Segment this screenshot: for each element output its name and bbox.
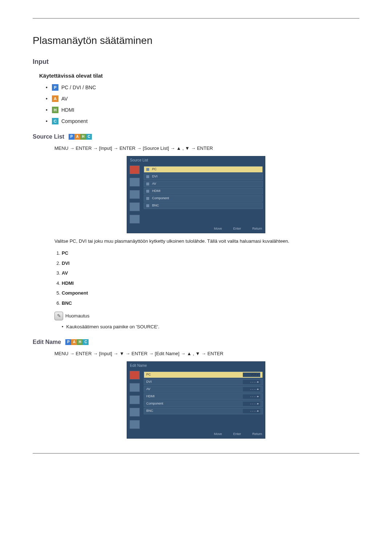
osd-source-list-title: Source List [127, 156, 265, 164]
osd-sidebar-icon [130, 395, 140, 404]
osd-row-value: - - - - ▸ [243, 394, 260, 399]
badge-c-icon: C [52, 118, 58, 124]
source-list-numbered: PC DVI AV HDMI Component BNC [62, 250, 359, 307]
mode-label-hdmi: HDMI [61, 106, 74, 114]
osd-source-list-figure: Source List PC DVI AV HDMI Component BNC… [127, 156, 265, 233]
bottom-divider [33, 453, 359, 454]
badge-h-icon: H [80, 134, 86, 140]
osd-sidebar-icon [130, 408, 140, 416]
osd-row-label: HDMI [146, 394, 155, 399]
osd-row-value: - - - - ▸ [243, 387, 260, 391]
available-modes-list: P PC / DVI / BNC A AV H HDMI C Component [33, 84, 359, 125]
list-item-text: PC [62, 250, 68, 256]
section-input-heading: Input [33, 57, 359, 67]
mode-label-av: AV [61, 95, 68, 103]
osd-row-label: Component [152, 196, 169, 201]
osd-row-label: Component [146, 401, 163, 406]
osd-row-value: - - - - ▸ [243, 409, 260, 413]
osd-footer: Move Enter Return [127, 225, 265, 233]
osd-row: AV - - - - ▸ [144, 386, 263, 393]
mode-item-av: A AV [46, 95, 359, 103]
source-list-description: Valitse PC, DVI tai joku muu plasmanäytt… [54, 238, 338, 245]
osd-row-label: PC [152, 167, 157, 172]
osd-row-label: PC [146, 372, 151, 377]
osd-footer-enter: Enter [228, 226, 241, 231]
osd-edit-name-figure: Edit Name PC VCR ▸ DVI - - - - ▸ AV - - … [127, 361, 265, 439]
list-item-text: Component [62, 290, 88, 296]
osd-row-label: BNC [146, 409, 153, 414]
mode-item-pc: P PC / DVI / BNC [46, 84, 359, 91]
list-item-text: DVI [62, 260, 70, 266]
mode-label-pc: PC / DVI / BNC [61, 84, 96, 91]
list-item: PC [62, 250, 359, 257]
badge-h-icon: H [77, 339, 83, 345]
osd-footer-return: Return [248, 226, 262, 231]
badge-c-icon: C [83, 339, 89, 345]
osd-sidebar-icon [130, 371, 140, 379]
source-list-heading-text: Source List [33, 132, 64, 141]
osd-row-av: AV [144, 181, 263, 187]
badge-a-icon: A [74, 134, 80, 140]
osd-row-pc: PC [144, 166, 263, 173]
osd-row-bnc: BNC [144, 202, 263, 209]
note-list: Kaukosäätimen suora painike on 'SOURCE'. [62, 323, 359, 331]
osd-row-label: AV [146, 387, 150, 392]
osd-row-value: VCR ▸ [243, 373, 260, 377]
badge-h-icon: H [52, 107, 58, 113]
page-title: Plasmanäytön säätäminen [33, 33, 359, 48]
badge-p-icon: P [69, 134, 74, 140]
modes-heading: Käytettävissä olevat tilat [39, 72, 359, 80]
list-item: DVI [62, 260, 359, 267]
osd-sidebar-icon [130, 165, 140, 174]
badge-a-icon: A [52, 95, 58, 102]
badge-a-icon: A [71, 339, 77, 345]
badge-p-icon: P [52, 84, 58, 91]
edit-name-badges: P A H C [65, 339, 89, 345]
osd-sidebar-icon [130, 190, 140, 199]
osd-row: DVI - - - - ▸ [144, 379, 263, 385]
osd-footer-return: Return [248, 432, 262, 437]
osd-footer-enter: Enter [228, 432, 241, 437]
osd-sidebar-icon [130, 215, 140, 223]
source-list-badges: P A H C [69, 134, 92, 140]
osd-edit-name-main: PC VCR ▸ DVI - - - - ▸ AV - - - - ▸ HDMI… [142, 369, 265, 430]
note-icon: ✎ [54, 312, 63, 320]
osd-footer-move: Move [209, 226, 222, 231]
osd-footer-move: Move [209, 432, 222, 437]
list-item: Component [62, 290, 359, 297]
osd-row-label: DVI [152, 174, 158, 179]
note-label: Huomautus [65, 312, 89, 320]
source-list-nav-path: MENU → ENTER → [Input] → ENTER → [Source… [54, 145, 359, 152]
osd-sidebar [127, 164, 142, 225]
osd-row: PC VCR ▸ [144, 372, 263, 378]
mode-label-component: Component [61, 118, 87, 125]
osd-row-label: HDMI [152, 189, 160, 194]
osd-edit-name-title: Edit Name [127, 362, 265, 369]
mode-item-hdmi: H HDMI [46, 106, 359, 114]
osd-footer: Move Enter Return [127, 430, 265, 438]
badge-c-icon: C [86, 134, 92, 140]
osd-row: Component - - - - ▸ [144, 401, 263, 407]
edit-name-heading-text: Edit Name [33, 338, 61, 346]
osd-row-label: AV [152, 181, 156, 186]
badge-p-icon: P [65, 339, 71, 345]
note-item: Kaukosäätimen suora painike on 'SOURCE'. [62, 323, 359, 331]
list-item-text: BNC [62, 300, 72, 306]
top-divider [33, 18, 359, 19]
osd-sidebar-icon [130, 383, 140, 392]
osd-row-label: BNC [152, 203, 159, 208]
list-item-text: AV [62, 270, 68, 276]
osd-sidebar-icon [130, 202, 140, 211]
list-item: HDMI [62, 280, 359, 287]
osd-row-value: - - - - ▸ [243, 402, 260, 406]
osd-sidebar [127, 369, 142, 430]
osd-row: HDMI - - - - ▸ [144, 393, 263, 400]
osd-sidebar-icon [130, 420, 140, 429]
osd-sidebar-icon [130, 178, 140, 186]
osd-row: BNC - - - - ▸ [144, 408, 263, 414]
osd-row-component: Component [144, 195, 263, 202]
note-heading: ✎ Huomautus [54, 312, 359, 320]
list-item: AV [62, 270, 359, 277]
osd-source-list-main: PC DVI AV HDMI Component BNC [142, 164, 265, 225]
list-item-text: HDMI [62, 280, 74, 286]
